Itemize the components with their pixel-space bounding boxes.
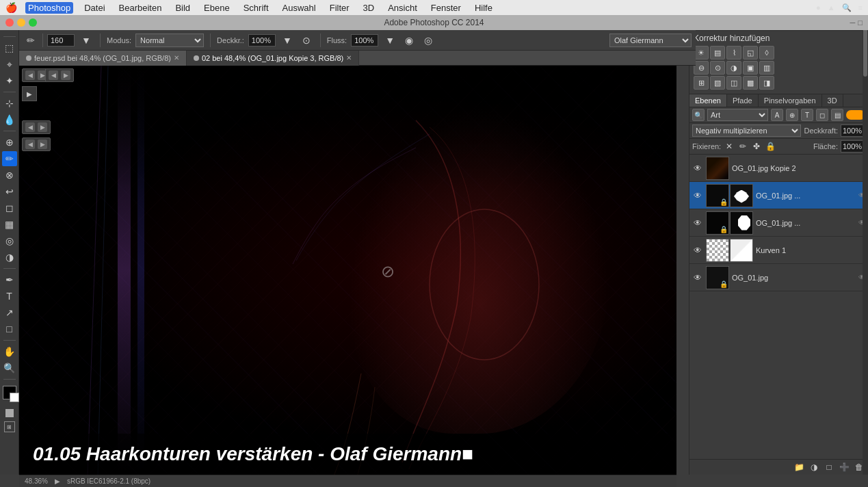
menu-auswahl[interactable]: Auswahl	[280, 2, 319, 14]
gradient-tool[interactable]: ▦	[2, 217, 17, 232]
bot-btn-left[interactable]: ◀	[25, 140, 35, 149]
apple-menu[interactable]: 🍎	[5, 2, 17, 13]
k-icon-threshold[interactable]: ⊞	[694, 76, 709, 90]
menu-ebene[interactable]: Ebene	[201, 2, 233, 14]
fluss-arrow[interactable]: ▼	[382, 33, 397, 48]
doc-tab-1[interactable]: feuer.psd bei 48,4% (OG_01.jpg, RGB/8) ✕	[19, 51, 187, 66]
k-icon-gradient-map[interactable]: ▥	[759, 61, 774, 75]
smoothing-icon[interactable]: ◉	[402, 33, 417, 48]
play-button[interactable]: ▶	[22, 86, 37, 101]
filter-btn-2[interactable]: ⊕	[786, 109, 798, 121]
opacity-input[interactable]	[841, 124, 865, 137]
hand-tool[interactable]: ✋	[2, 344, 17, 359]
tab-pfade[interactable]: Pfade	[727, 94, 759, 107]
blur-tool[interactable]: ◎	[2, 233, 17, 248]
layer-eye-og01-2[interactable]: 👁	[692, 190, 703, 201]
maximize-button[interactable]	[29, 18, 37, 27]
fix-icon-brush[interactable]: ✏	[737, 141, 748, 152]
new-layer-btn[interactable]: ➕	[838, 461, 850, 473]
new-adj-btn[interactable]: ◑	[808, 461, 820, 473]
marquee-tool[interactable]: ⬚	[2, 40, 17, 55]
menu-bearbeiten[interactable]: Bearbeiten	[116, 2, 165, 14]
layer-eye-copy2[interactable]: 👁	[692, 163, 703, 174]
lasso-tool[interactable]: ⌖	[2, 57, 17, 72]
doc-tab-2[interactable]: 02 bei 48,4% (OG_01.jpg Kopie 3, RGB/8) …	[187, 51, 359, 66]
tab2-close[interactable]: ✕	[346, 54, 352, 62]
quick-mask-icon[interactable]	[5, 409, 14, 417]
layer-item-og01-3[interactable]: 👁 🔒 OG_01.jpg ... 👁	[689, 209, 868, 237]
menu-ansicht[interactable]: Ansicht	[385, 2, 420, 14]
layer-item-copy2[interactable]: 👁 OG_01.jpg Kopie 2	[689, 155, 868, 182]
panel-scrollbar[interactable]	[863, 15, 868, 475]
btn-left-2[interactable]: ◀	[49, 70, 58, 80]
layer-eye-og01-3[interactable]: 👁	[692, 218, 703, 228]
k-icon-vibrance[interactable]: ◊	[759, 46, 774, 60]
mid-btn-left[interactable]: ◀	[25, 122, 35, 132]
pressure-icon[interactable]: ◎	[421, 33, 436, 48]
pen-tool[interactable]: ✒	[2, 272, 17, 287]
clone-tool[interactable]: ⊗	[2, 168, 17, 183]
k-icon-hsl[interactable]: ⊖	[694, 61, 709, 75]
k-icon-bw[interactable]: ◑	[726, 61, 741, 75]
foreground-color[interactable]	[3, 386, 16, 399]
minimize-button[interactable]	[17, 18, 25, 27]
brush-picker-icon[interactable]: ▼	[79, 33, 94, 48]
layer-eye-kurven1[interactable]: 👁	[692, 245, 703, 256]
history-brush[interactable]: ↩	[2, 184, 17, 199]
filter-btn-5[interactable]: ▤	[831, 109, 843, 121]
tab-ebenen[interactable]: Ebenen	[689, 94, 727, 107]
k-icon-exposure[interactable]: ◱	[743, 46, 758, 60]
new-group-btn[interactable]: 📁	[793, 461, 805, 473]
menu-datei[interactable]: Datei	[81, 2, 107, 14]
btn-right-2[interactable]: ▶	[61, 70, 70, 80]
deckkr-input[interactable]	[248, 34, 276, 47]
mid-btn-right[interactable]: ▶	[38, 122, 47, 132]
k-icon-channelmixer[interactable]: ▩	[743, 76, 758, 90]
k-icon-color-balance[interactable]: ⊙	[710, 61, 725, 75]
brush-tool-icon[interactable]: ✏	[23, 33, 38, 48]
expand-icon[interactable]: □	[858, 18, 863, 27]
eraser-tool[interactable]: ◻	[2, 200, 17, 215]
close-button[interactable]	[5, 18, 14, 27]
menu-search-icon[interactable]: 🔍	[842, 3, 852, 12]
deckkr-arrow[interactable]: ▼	[280, 33, 295, 48]
fluss-input[interactable]	[351, 34, 378, 47]
layer-item-og01-2[interactable]: 👁 🔒 OG_01.jpg ... 👁	[689, 182, 868, 209]
menu-bild[interactable]: Bild	[172, 2, 193, 14]
menu-schrift[interactable]: Schrift	[241, 2, 272, 14]
filter-btn-1[interactable]: A	[771, 109, 783, 121]
flache-input[interactable]	[841, 140, 865, 153]
bot-btn-right[interactable]: ▶	[38, 140, 47, 149]
shape-tool[interactable]: □	[2, 321, 17, 337]
filter-btn-4[interactable]: ◻	[816, 109, 828, 121]
filter-type-select[interactable]: Art	[707, 109, 768, 121]
crop-tool[interactable]: ⊹	[2, 96, 17, 111]
k-icon-posterize[interactable]: ▧	[710, 76, 725, 90]
fix-icon-move[interactable]: ✤	[751, 141, 762, 152]
menu-hilfe[interactable]: Hilfe	[472, 2, 495, 14]
k-icon-brightness[interactable]: ☀	[694, 46, 709, 60]
k-icon-selective[interactable]: ◫	[726, 76, 741, 90]
menu-3d[interactable]: 3D	[360, 2, 378, 14]
layer-blend-select[interactable]: Negativ multiplizieren Normal Multiplizi…	[692, 124, 801, 137]
menu-filter[interactable]: Filter	[327, 2, 352, 14]
path-select[interactable]: ↗	[2, 305, 17, 320]
brush-tool[interactable]: ✏	[2, 151, 17, 166]
menu-photoshop[interactable]: Photoshop	[25, 2, 73, 14]
k-icon-invert[interactable]: ◨	[759, 76, 774, 90]
panel-scrollbar-thumb[interactable]	[863, 22, 867, 77]
healing-tool[interactable]: ⊕	[2, 135, 17, 150]
user-select[interactable]: Olaf Giermann	[609, 34, 692, 47]
k-icon-photo-filter[interactable]: ▣	[743, 61, 758, 75]
k-icon-levels[interactable]: ▤	[710, 46, 725, 60]
tab1-close[interactable]: ✕	[174, 54, 179, 62]
fix-icon-position[interactable]: ✕	[724, 141, 735, 152]
wand-tool[interactable]: ✦	[2, 73, 17, 88]
screen-mode[interactable]: ⊞	[4, 421, 15, 432]
filter-btn-3[interactable]: T	[801, 109, 813, 121]
collapse-icon[interactable]: ─	[850, 18, 856, 27]
fix-icon-lock[interactable]: 🔒	[765, 141, 776, 152]
canvas-area[interactable]: ◀ ▶ ◀ ▶ ▶ ◀ ▶ ◀ ▶ ⊘ 01.05 Haarkonturen v…	[19, 66, 676, 475]
airbrush-icon[interactable]: ⊙	[299, 33, 314, 48]
layer-item-og01-base[interactable]: 👁 🔒 OG_01.jpg 👁	[689, 264, 868, 291]
